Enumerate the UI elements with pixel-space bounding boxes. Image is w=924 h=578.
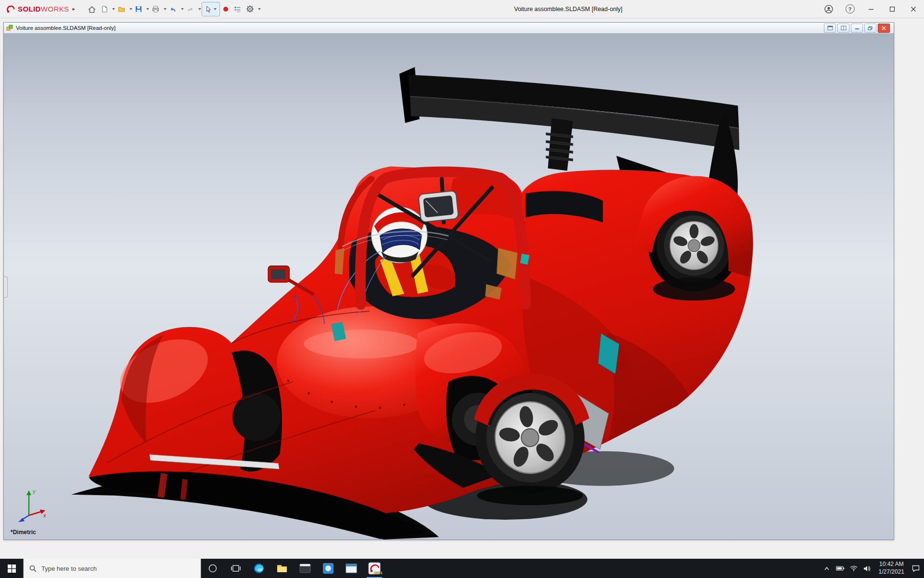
undo-icon: [169, 5, 177, 13]
help-button[interactable]: ?: [839, 0, 860, 18]
save-button[interactable]: [133, 2, 144, 16]
blue-app-icon: [322, 563, 334, 574]
speaker-icon: [863, 565, 871, 572]
redo-dropdown[interactable]: [198, 8, 201, 10]
redo-icon: [186, 5, 194, 13]
search-placeholder: Type here to search: [41, 565, 97, 572]
console-app-button[interactable]: [294, 559, 317, 578]
print-button[interactable]: [150, 2, 162, 16]
ds-logo-icon: [6, 4, 15, 14]
select-tool-button[interactable]: [202, 2, 220, 16]
document-window: Voiture assomblee.SLDASM [Read-only]: [3, 22, 894, 540]
doc-restore-icon: [868, 26, 873, 30]
new-document-button[interactable]: [99, 2, 110, 16]
window-app-button[interactable]: [340, 559, 363, 578]
new-document-dropdown[interactable]: [112, 8, 115, 10]
edge-button[interactable]: [247, 559, 270, 578]
doc-restore-button[interactable]: [864, 24, 876, 33]
taskbar-clock[interactable]: 10:42 AM 1/27/2021: [874, 561, 909, 576]
maximize-button[interactable]: [882, 0, 903, 18]
undo-dropdown[interactable]: [181, 8, 184, 10]
center-mirror[interactable]: [418, 191, 459, 223]
maximize-icon: [889, 6, 895, 12]
save-icon: [135, 5, 142, 13]
car-model[interactable]: [4, 33, 894, 539]
search-icon: [29, 565, 37, 572]
chevron-up-icon: [824, 566, 830, 571]
graphics-viewport[interactable]: y x *Dimetric: [4, 33, 894, 539]
battery-icon: [836, 566, 845, 571]
panel-splitter-handle[interactable]: [4, 276, 8, 298]
solidworks-logo: SOLIDWORKS ▸: [0, 4, 79, 14]
minimize-button[interactable]: [860, 0, 882, 18]
record-button[interactable]: [220, 2, 231, 16]
select-cursor-icon: [205, 5, 212, 13]
task-view-icon: [231, 564, 241, 573]
window-split-icon: [841, 26, 847, 30]
doc-close-icon: [882, 26, 886, 30]
doc-window-split-button[interactable]: [837, 24, 849, 33]
wifi-icon: [850, 565, 858, 571]
doc-minimize-button[interactable]: [851, 24, 863, 33]
clock-date: 1/27/2021: [879, 568, 904, 576]
options-dropdown[interactable]: [258, 8, 261, 10]
doc-window-pane-button[interactable]: [824, 24, 836, 33]
edge-icon: [253, 563, 265, 574]
taskbar: Type here to search: [0, 559, 924, 578]
open-dropdown[interactable]: [129, 8, 132, 10]
window-controls: ?: [818, 0, 924, 18]
brand-works: WORKS: [41, 5, 69, 13]
solidworks-version-badge: 2021: [374, 571, 383, 575]
print-icon: [152, 5, 160, 13]
task-view-button[interactable]: [224, 559, 247, 578]
volume-button[interactable]: [861, 559, 873, 578]
cortana-icon: [208, 564, 218, 573]
new-document-icon: [101, 5, 108, 13]
close-button[interactable]: [903, 0, 924, 18]
brand-solid: SOLID: [18, 5, 41, 13]
print-dropdown[interactable]: [164, 8, 167, 10]
menu-expand-arrow[interactable]: ▸: [73, 6, 76, 12]
undo-button[interactable]: [167, 2, 179, 16]
document-titlebar[interactable]: Voiture assomblee.SLDASM [Read-only]: [4, 23, 894, 34]
file-explorer-icon: [276, 563, 288, 574]
open-button[interactable]: [116, 2, 128, 16]
account-button[interactable]: [818, 0, 839, 18]
save-dropdown[interactable]: [146, 8, 149, 10]
doc-minimize-icon: [855, 26, 860, 30]
cortana-button[interactable]: [201, 559, 224, 578]
account-icon: [824, 4, 834, 14]
client-area: Voiture assomblee.SLDASM [Read-only]: [0, 18, 924, 559]
network-button[interactable]: [847, 559, 860, 578]
assembly-icon: [6, 25, 13, 31]
file-explorer-button[interactable]: [270, 559, 294, 578]
close-icon: [911, 6, 916, 12]
hidden-icons-button[interactable]: [821, 559, 833, 578]
document-window-controls: [824, 24, 891, 33]
view-orientation-label: *Dimetric: [11, 529, 36, 536]
gear-icon: [246, 5, 254, 13]
task-list-button[interactable]: [231, 2, 244, 16]
app-titlebar: SOLIDWORKS ▸: [0, 0, 924, 18]
home-icon: [88, 5, 96, 13]
red-dot-icon: [222, 6, 229, 13]
solidworks-taskbar-button[interactable]: 2021: [363, 559, 386, 578]
open-folder-icon: [117, 5, 126, 13]
battery-button[interactable]: [834, 559, 847, 578]
app-title: Voiture assomblee.SLDASM [Read-only]: [514, 0, 622, 18]
task-list-icon: [233, 5, 242, 13]
taskbar-search[interactable]: Type here to search: [23, 559, 201, 578]
redo-button[interactable]: [184, 2, 196, 16]
doc-close-button[interactable]: [878, 24, 890, 33]
triad-x-label: x: [43, 512, 46, 518]
start-button[interactable]: [0, 559, 23, 578]
window-app-icon: [346, 564, 357, 573]
system-tray: 10:42 AM 1/27/2021: [821, 559, 924, 578]
document-title: Voiture assomblee.SLDASM [Read-only]: [16, 25, 116, 31]
blue-app-button[interactable]: [317, 559, 340, 578]
clock-time: 10:42 AM: [879, 561, 904, 568]
home-button[interactable]: [86, 2, 98, 16]
action-center-button[interactable]: [910, 559, 922, 578]
quick-access-toolbar: [86, 2, 261, 16]
options-button[interactable]: [244, 2, 256, 16]
